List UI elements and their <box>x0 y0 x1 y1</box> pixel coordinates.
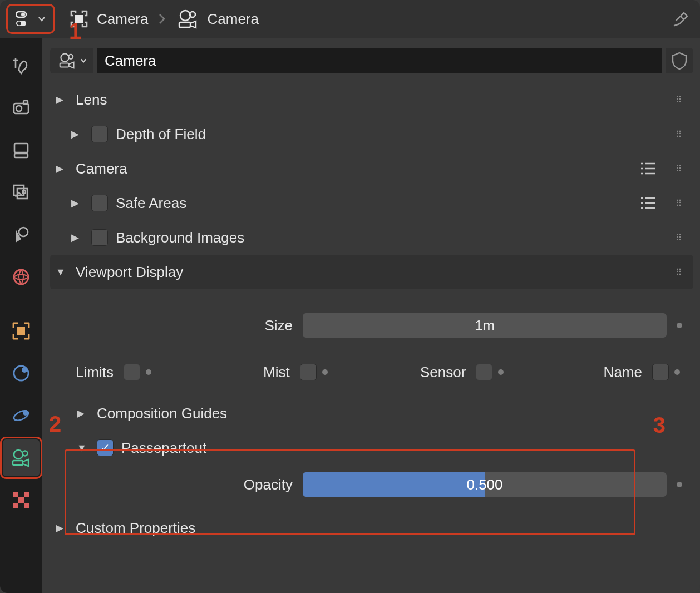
opacity-value: 0.500 <box>466 476 502 493</box>
panel-drag-grip-icon[interactable]: ⠿ <box>671 129 688 140</box>
svg-rect-28 <box>18 497 24 503</box>
panel-safe-areas[interactable]: ▶ Safe Areas ⠿ <box>50 186 693 220</box>
tab-camera-data[interactable] <box>3 439 40 476</box>
tab-view-layer[interactable] <box>3 174 40 211</box>
properties-tabs <box>0 38 42 593</box>
svg-rect-29 <box>13 503 18 508</box>
svg-point-20 <box>22 367 27 373</box>
chevron-right-icon <box>158 13 166 24</box>
svg-point-1 <box>21 13 25 17</box>
preset-menu-icon[interactable] <box>640 161 660 176</box>
panel-label: Composition Guides <box>97 405 677 422</box>
pin-button[interactable] <box>671 9 691 29</box>
disclosure-triangle-icon: ▶ <box>56 162 68 175</box>
camera-data-icon <box>176 9 199 29</box>
object-icon <box>69 9 89 29</box>
safe-areas-checkbox[interactable] <box>91 195 108 211</box>
animate-dot-icon[interactable] <box>322 369 328 375</box>
editor-type-dropdown[interactable] <box>9 7 52 31</box>
opacity-slider-fill <box>303 472 485 497</box>
panel-label: Lens <box>76 91 663 108</box>
subpanel-passepartout[interactable]: ▼ ✓ Passepartout <box>61 431 682 465</box>
modifiers-icon <box>11 363 31 383</box>
animate-dot-icon[interactable] <box>146 369 151 375</box>
render-icon <box>11 98 31 118</box>
svg-point-16 <box>19 228 28 236</box>
world-icon <box>11 267 31 287</box>
animate-dot-icon[interactable] <box>498 369 504 375</box>
viewport-display-body: Size 1m Limits Mist Se <box>50 289 693 501</box>
name-label: Name <box>592 364 642 381</box>
panel-label: Passepartout <box>121 439 677 457</box>
breadcrumb: Camera Camera <box>69 9 663 29</box>
tab-texture[interactable] <box>3 482 40 518</box>
subpanel-composition-guides[interactable]: ▶ Composition Guides <box>61 396 682 431</box>
panel-drag-grip-icon[interactable]: ⠿ <box>671 267 688 278</box>
panel-drag-grip-icon[interactable]: ⠿ <box>671 198 688 209</box>
disclosure-triangle-icon: ▶ <box>71 197 83 209</box>
panel-background-images[interactable]: ▶ Background Images ⠿ <box>50 220 693 255</box>
tab-scene[interactable] <box>3 216 40 253</box>
disclosure-triangle-icon: ▶ <box>56 522 68 534</box>
sensor-checkbox[interactable] <box>476 364 492 380</box>
tab-modifiers[interactable] <box>3 355 40 392</box>
shield-icon <box>672 52 687 70</box>
breadcrumb-object-label: Camera <box>97 11 148 28</box>
passepartout-checkbox[interactable]: ✓ <box>97 439 114 456</box>
svg-rect-26 <box>13 492 18 497</box>
datablock-name-input[interactable]: Camera <box>97 48 662 73</box>
preset-menu-icon[interactable] <box>640 196 660 210</box>
tab-tool[interactable] <box>3 47 40 84</box>
disclosure-triangle-icon: ▶ <box>71 231 83 244</box>
mist-checkbox[interactable] <box>300 364 317 380</box>
svg-point-17 <box>14 270 28 284</box>
panel-label: Custom Properties <box>76 520 688 537</box>
size-field[interactable]: 1m <box>303 313 667 338</box>
disclosure-triangle-icon: ▶ <box>71 128 83 140</box>
background-images-checkbox[interactable] <box>91 229 108 246</box>
tab-object[interactable] <box>3 313 40 349</box>
animate-dot-icon[interactable] <box>674 369 680 375</box>
svg-rect-10 <box>23 101 28 104</box>
tab-output[interactable] <box>3 132 40 169</box>
svg-point-3 <box>17 22 21 26</box>
svg-point-8 <box>682 14 687 19</box>
animate-dot-icon[interactable] <box>677 323 682 328</box>
panel-label: Depth of Field <box>116 126 663 143</box>
svg-rect-27 <box>24 492 29 497</box>
breadcrumb-data[interactable]: Camera <box>176 9 258 29</box>
properties-header: Camera Camera <box>0 0 700 38</box>
svg-rect-7 <box>179 22 190 27</box>
svg-point-5 <box>180 11 190 21</box>
tab-physics[interactable] <box>3 397 40 434</box>
tab-render[interactable] <box>3 90 40 126</box>
animate-dot-icon[interactable] <box>677 482 682 487</box>
panel-viewport-display[interactable]: ▼ Viewport Display ⠿ <box>50 255 693 289</box>
sensor-label: Sensor <box>416 364 466 381</box>
panel-drag-grip-icon[interactable]: ⠿ <box>671 95 688 105</box>
view-layer-icon <box>11 182 31 202</box>
limits-checkbox[interactable] <box>124 364 140 380</box>
panel-label: Viewport Display <box>76 264 663 281</box>
panel-drag-grip-icon[interactable]: ⠿ <box>671 164 688 174</box>
panel-custom-properties[interactable]: ▶ Custom Properties <box>50 511 693 545</box>
breadcrumb-object[interactable]: Camera <box>69 9 148 29</box>
opacity-slider[interactable]: 0.500 <box>303 472 667 497</box>
svg-point-31 <box>61 54 68 62</box>
chevron-down-icon <box>80 57 87 64</box>
limits-label: Limits <box>63 364 114 381</box>
fake-user-button[interactable] <box>666 48 693 73</box>
panel-drag-grip-icon[interactable]: ⠿ <box>671 233 688 243</box>
tab-world[interactable] <box>3 259 40 295</box>
panel-camera[interactable]: ▶ Camera ⠿ <box>50 151 693 186</box>
size-value: 1m <box>475 317 495 334</box>
mist-label: Mist <box>240 364 290 381</box>
datablock-name-value: Camera <box>105 52 156 70</box>
panel-lens[interactable]: ▶ Lens ⠿ <box>50 82 693 117</box>
texture-icon <box>12 491 31 510</box>
depth-of-field-checkbox[interactable] <box>91 126 108 142</box>
panel-label: Background Images <box>116 229 663 246</box>
datablock-browse-dropdown[interactable] <box>50 48 93 73</box>
name-checkbox[interactable] <box>652 364 669 380</box>
panel-depth-of-field[interactable]: ▶ Depth of Field ⠿ <box>50 117 693 151</box>
